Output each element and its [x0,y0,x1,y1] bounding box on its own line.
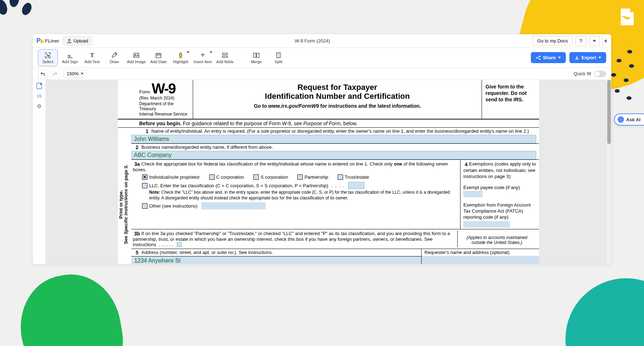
app-header: P▶FLiner Upload W-9 Form (2024) Go to my… [33,34,611,48]
svg-point-4 [617,59,622,62]
scrollbar[interactable] [607,80,611,264]
upload-button[interactable]: Upload [63,36,92,45]
name-input[interactable]: John Williams [131,135,536,143]
line-2: 2Business name/disregarded entity name, … [131,144,539,160]
main-area: 1/6 ⚙ Form W-9 (Rev. March 2024) Departm… [33,80,611,264]
calendar-icon [155,52,162,59]
add-date-tool[interactable]: Add Date [149,49,168,66]
llc-classification-input[interactable] [348,182,364,189]
highlighter-icon [177,52,184,59]
text-icon: T [89,52,96,59]
requester-label: Requester's name and address (optional) [422,249,539,256]
select-tool[interactable]: Select [38,49,58,66]
address-input[interactable]: 1234 Anywhere St [131,256,421,264]
add-fields-tool[interactable]: Add fields [215,49,235,66]
svg-point-19 [536,57,538,58]
requester-input[interactable] [422,256,539,264]
svg-point-2 [20,1,34,17]
highlight-tool[interactable]: Highlight [171,49,191,66]
checkbox-llc[interactable]: LLC. Enter the tax classification (C = C… [142,182,457,189]
svg-rect-14 [222,56,227,57]
svg-rect-16 [257,53,259,57]
checkbox-other[interactable]: Other (see instructions) [142,202,457,209]
svg-point-1 [9,0,20,8]
add-text-tool[interactable]: TAdd Text [82,49,102,66]
add-image-tool[interactable]: Add Image [126,49,146,66]
insert-item-tool[interactable]: +Insert item [193,49,213,66]
help-button[interactable]: ? [575,36,586,46]
svg-point-8 [615,89,620,93]
plus-icon: + [199,52,206,59]
pdf-badge-icon [617,7,637,27]
business-name-input[interactable]: ABC Company [131,151,536,159]
svg-point-3 [627,50,632,54]
document-title: W-9 Form (2024) [96,38,529,44]
decorative-dots [608,46,637,103]
header-menu-collapse[interactable] [603,36,608,46]
merge-tool[interactable]: Merge [246,49,266,66]
svg-rect-17 [277,53,280,58]
share-button[interactable]: Share [531,52,566,63]
svg-point-9 [627,96,632,100]
decorative-blob-bottom-left [12,267,130,346]
other-input[interactable] [201,202,266,209]
toolbar: Select Add Sign TAdd Text Draw Add Image… [33,48,611,68]
page-counter: 1/6 [37,94,42,98]
fatca-code-input[interactable] [463,221,510,228]
vertical-instruction-label: Print or type. See Specific Instructions… [118,128,131,264]
checkbox-individual[interactable]: ✕Individual/sole proprietor [142,174,200,180]
svg-point-6 [611,73,616,77]
fields-icon [221,52,228,59]
ask-ai-button[interactable]: Ask AI [614,113,644,126]
split-icon [275,52,282,59]
line-3b: 3bIf on line 3a you checked "Partnership… [133,231,458,248]
exempt-payee-input[interactable] [463,191,483,197]
checkbox-c-corp[interactable]: C corporation [209,174,244,180]
before-you-begin: Before you begin. For guidance related t… [118,119,539,128]
svg-point-0 [0,0,9,16]
line-1: 1Name of entity/individual. An entry is … [131,128,539,144]
svg-point-5 [629,64,634,68]
upload-icon [67,39,72,44]
decorative-blob-bottom-right [565,278,644,346]
split-tool[interactable]: Split [268,49,288,66]
secondary-toolbar: 150% Quick fill [33,68,611,80]
svg-point-11 [135,54,136,55]
svg-point-7 [624,78,629,82]
add-sign-tool[interactable]: Add Sign [60,49,80,66]
export-button[interactable]: Export [569,52,606,63]
left-sidebar: 1/6 ⚙ [33,80,46,264]
image-icon [133,52,140,59]
line-5: 5Address (number, street, and apt. or su… [131,249,421,256]
svg-rect-12 [156,54,161,58]
form-name: W-9 [152,81,176,96]
decorative-blob-top-left [0,0,39,29]
svg-point-20 [539,58,540,60]
checkbox-3b[interactable] [177,242,182,247]
download-icon [574,55,579,60]
header-dropdown[interactable] [589,36,600,46]
line-3a: 3aCheck the appropriate box for federal … [131,160,461,229]
form-instruction: Give form to the requester. Do not send … [482,80,539,119]
svg-rect-13 [222,53,227,55]
checkbox-s-corp[interactable]: S corporation [253,174,288,180]
app-logo: P▶FLiner [36,37,59,45]
redo-button[interactable] [50,69,60,78]
go-to-docs-button[interactable]: Go to my Docs [533,36,573,46]
zoom-dropdown[interactable]: 150% [64,70,87,78]
undo-button[interactable] [38,69,48,78]
page-thumbnail-icon[interactable] [36,83,42,89]
svg-rect-15 [253,53,256,57]
draw-tool[interactable]: Draw [104,49,124,66]
share-icon [536,55,541,60]
app-window: P▶FLiner Upload W-9 Form (2024) Go to my… [33,34,611,264]
gear-icon[interactable]: ⚙ [37,103,41,110]
document-canvas[interactable]: Form W-9 (Rev. March 2024) Department of… [46,80,611,264]
quick-fill-label: Quick fill [574,71,591,76]
line-4: 4Exemptions (codes apply only to certain… [461,160,539,229]
upload-label: Upload [74,38,88,44]
quick-fill-toggle[interactable] [594,71,606,77]
checkbox-partnership[interactable]: Partnership [297,174,328,180]
checkbox-trust[interactable]: Trust/estate [338,174,369,180]
svg-point-18 [539,56,540,57]
